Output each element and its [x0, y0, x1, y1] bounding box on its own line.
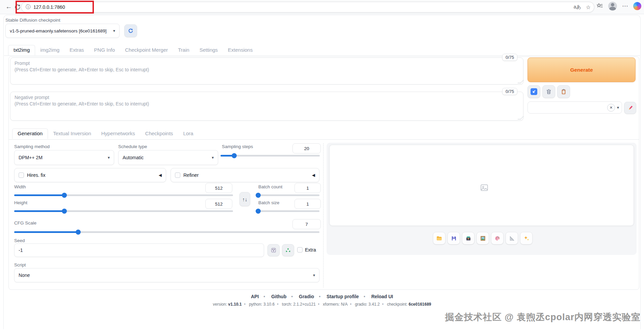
seed-value: -1: [19, 247, 23, 253]
sampling-method-value: DPM++ 2M: [19, 155, 43, 160]
random-seed-button[interactable]: [267, 244, 280, 256]
width-slider[interactable]: [14, 193, 233, 197]
slider-handle[interactable]: [62, 193, 67, 198]
swap-dimensions-button[interactable]: ↑↓: [239, 192, 250, 206]
slider-handle[interactable]: [76, 230, 81, 235]
send-to-img2img-button[interactable]: [476, 232, 489, 244]
paste-generation-params-button[interactable]: [527, 85, 540, 98]
bookmark-star-icon[interactable]: ☆: [586, 4, 591, 10]
sampling-steps-input[interactable]: 20: [292, 143, 321, 153]
send-to-inpaint-button[interactable]: [491, 232, 504, 244]
tab-train[interactable]: Train: [173, 45, 195, 55]
recycle-icon: [285, 247, 291, 253]
output-image-area[interactable]: [329, 145, 634, 226]
save-zip-button[interactable]: [462, 232, 474, 244]
edit-styles-button[interactable]: [624, 102, 636, 114]
slider-handle[interactable]: [256, 193, 261, 198]
browser-profile-avatar[interactable]: [608, 2, 617, 10]
batch-count-input[interactable]: 1: [294, 183, 321, 193]
width-input[interactable]: 512: [205, 183, 232, 193]
tab-settings[interactable]: Settings: [195, 45, 223, 55]
tab-lora[interactable]: Lora: [178, 129, 198, 139]
batch-count-slider[interactable]: [258, 193, 319, 197]
framed-picture-icon: [480, 235, 486, 241]
schedule-type-dropdown[interactable]: Automatic ▾: [118, 150, 218, 165]
tab-img2img[interactable]: img2img: [35, 45, 65, 55]
blue-arrow-icon: [531, 88, 537, 95]
tab-extensions[interactable]: Extensions: [223, 45, 258, 55]
reuse-seed-button[interactable]: [282, 244, 294, 256]
refiner-label: Refiner: [183, 172, 199, 178]
refiner-checkbox[interactable]: [175, 172, 180, 178]
apply-styles-button[interactable]: [557, 85, 570, 98]
height-slider[interactable]: [14, 209, 233, 213]
prompt-placeholder-title: Prompt: [15, 61, 519, 66]
clear-styles-icon[interactable]: ×: [607, 104, 615, 112]
translate-icon[interactable]: aあ: [574, 4, 581, 10]
browser-back-icon[interactable]: ←: [5, 3, 12, 10]
folder-icon: [436, 235, 442, 241]
tab-extras[interactable]: Extras: [65, 45, 89, 55]
batch-size-slider[interactable]: [258, 209, 319, 213]
tab-divider: [4, 55, 640, 56]
accordion-collapse-icon[interactable]: ◀: [159, 173, 162, 178]
image-placeholder-icon: [480, 183, 489, 192]
hires-fix-accordion[interactable]: Hires. fix ◀: [14, 168, 166, 182]
cfg-scale-slider[interactable]: [14, 230, 319, 234]
reload-ui-link[interactable]: Reload UI: [371, 294, 393, 299]
gradio-link[interactable]: Gradio: [299, 294, 314, 299]
extra-seed-checkbox[interactable]: [297, 247, 303, 253]
save-image-button[interactable]: [447, 232, 460, 244]
script-label: Script: [14, 262, 26, 267]
sampling-method-dropdown[interactable]: DPM++ 2M ▾: [14, 150, 114, 165]
styles-dropdown[interactable]: × ▾: [527, 101, 622, 114]
batch-size-input[interactable]: 1: [294, 199, 321, 209]
open-folder-button[interactable]: [433, 232, 445, 244]
browser-menu-icon[interactable]: ⋯: [622, 2, 628, 10]
chevron-down-icon[interactable]: ▾: [617, 105, 619, 110]
clear-prompt-button[interactable]: [542, 85, 555, 98]
favorites-bar-icon[interactable]: [596, 3, 603, 9]
sampling-steps-slider[interactable]: [221, 153, 320, 158]
copilot-icon[interactable]: [633, 2, 641, 10]
chevron-down-icon: ▾: [113, 28, 115, 33]
script-value: None: [19, 273, 30, 278]
refresh-icon: [128, 28, 134, 34]
watermark-text: 掘金技术社区 @ 袁煦丞cpolar内网穿透实验室: [445, 311, 641, 323]
chevron-down-icon: ▾: [108, 155, 110, 160]
seed-input[interactable]: -1: [14, 243, 264, 257]
generate-button[interactable]: Generate: [527, 57, 636, 82]
tab-txt2img[interactable]: txt2img: [8, 45, 35, 55]
resize-handle[interactable]: [518, 116, 524, 119]
upscale-button[interactable]: [520, 232, 533, 244]
slider-handle[interactable]: [62, 209, 67, 214]
startup-profile-link[interactable]: Startup profile: [327, 294, 359, 299]
tab-checkpoint-merger[interactable]: Checkpoint Merger: [120, 45, 173, 55]
refiner-accordion[interactable]: Refiner ◀: [171, 168, 319, 182]
api-link[interactable]: API: [251, 294, 259, 299]
trash-icon: [546, 89, 552, 95]
accordion-collapse-icon[interactable]: ◀: [312, 173, 315, 178]
checkpoint-dropdown[interactable]: v1-5-pruned-emaonly.safetensors [6ce0161…: [5, 24, 120, 38]
hires-fix-checkbox[interactable]: [19, 172, 24, 178]
address-bar[interactable]: ⓘ 127.0.0.1:7860 aあ ☆: [21, 2, 594, 13]
negative-prompt-placeholder-hint: (Press Ctrl+Enter to generate, Alt+Enter…: [15, 101, 519, 107]
slider-handle[interactable]: [232, 153, 237, 158]
tab-textual-inversion[interactable]: Textual Inversion: [48, 129, 96, 139]
height-input[interactable]: 512: [205, 199, 232, 209]
tab-png-info[interactable]: PNG Info: [89, 45, 120, 55]
refresh-checkpoint-button[interactable]: [124, 24, 137, 37]
github-link[interactable]: Github: [271, 294, 286, 299]
cfg-scale-input[interactable]: 7: [292, 219, 321, 229]
prompt-textarea[interactable]: Prompt (Press Ctrl+Enter to generate, Al…: [10, 57, 523, 85]
tab-generation[interactable]: Generation: [12, 128, 48, 139]
negative-prompt-textarea[interactable]: Negative prompt (Press Ctrl+Enter to gen…: [10, 92, 523, 121]
checkpoint-label: Stable Diffusion checkpoint: [5, 18, 60, 23]
tab-hypernetworks[interactable]: Hypernetworks: [96, 129, 140, 139]
send-to-extras-button[interactable]: [506, 232, 518, 244]
slider-handle[interactable]: [256, 209, 261, 214]
script-dropdown[interactable]: None ▾: [14, 268, 319, 282]
tab-checkpoints[interactable]: Checkpoints: [140, 129, 178, 139]
resize-handle[interactable]: [518, 80, 524, 83]
prompt-placeholder-hint: (Press Ctrl+Enter to generate, Alt+Enter…: [15, 67, 519, 72]
